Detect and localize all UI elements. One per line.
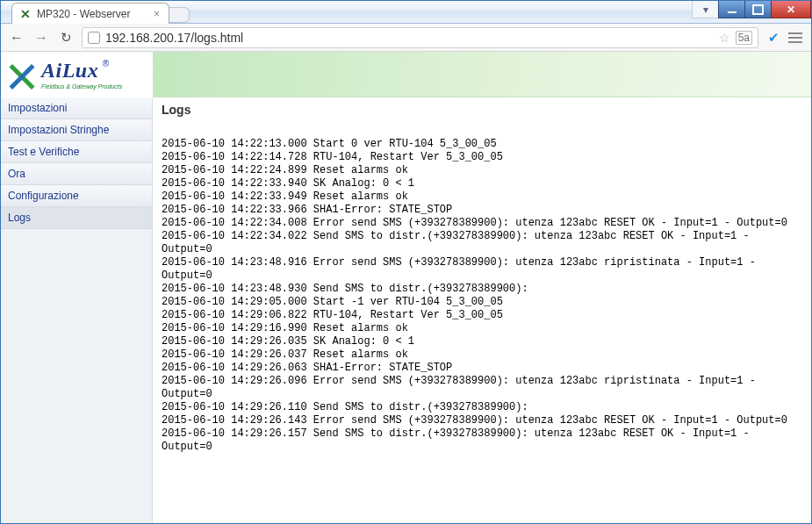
log-output: 2015-06-10 14:22:13.000 Start 0 ver RTU-… [162, 138, 802, 454]
tab-strip: ✕ MP320 - Webserver × [11, 3, 190, 24]
window-close-button[interactable] [771, 1, 811, 18]
tab-title: MP320 - Webserver [37, 8, 130, 20]
menu-button[interactable] [788, 32, 804, 43]
url-text: 192.168.200.17/logs.html [105, 31, 243, 45]
sidebar-item-test-verifiche[interactable]: Test e Verifiche [1, 141, 152, 163]
address-bar[interactable]: 192.168.200.17/logs.html ☆ 5a [82, 27, 758, 48]
extension-icon[interactable]: ✔ [765, 30, 781, 46]
reload-button[interactable]: ↻ [57, 29, 75, 47]
sidebar: Impostazioni Impostazioni Stringhe Test … [1, 97, 153, 523]
sidebar-item-logs[interactable]: Logs [1, 207, 152, 229]
browser-window: ✕ MP320 - Webserver × ▾ ← → ↻ 192.168.20… [0, 0, 812, 524]
logo-mark-icon [6, 59, 38, 90]
sidebar-item-impostazioni[interactable]: Impostazioni [1, 97, 152, 119]
new-tab-button[interactable] [169, 7, 190, 23]
back-button[interactable]: ← [8, 29, 25, 47]
logo: AiLux ® Fieldbus & Gateway Products [1, 52, 153, 97]
page-viewport: AiLux ® Fieldbus & Gateway Products Impo… [1, 52, 811, 523]
sidebar-item-configurazione[interactable]: Configurazione [1, 185, 152, 207]
page-title: Logs [162, 103, 802, 117]
browser-toolbar: ← → ↻ 192.168.200.17/logs.html ☆ 5a ✔ [1, 24, 811, 52]
logo-reg: ® [103, 59, 109, 68]
window-dropdown-button[interactable]: ▾ [692, 1, 718, 18]
titlebar: ✕ MP320 - Webserver × ▾ [1, 1, 811, 24]
header-banner [153, 52, 811, 97]
content-area: Logs 2015-06-10 14:22:13.000 Start 0 ver… [153, 97, 811, 523]
window-minimize-button[interactable] [718, 1, 744, 18]
tab-close-icon[interactable]: × [154, 8, 160, 20]
window-maximize-button[interactable] [744, 1, 771, 18]
translate-icon[interactable]: 5a [736, 31, 752, 45]
bookmark-icon[interactable]: ☆ [719, 31, 730, 45]
forward-button[interactable]: → [32, 29, 50, 47]
favicon-icon: ✕ [19, 8, 32, 20]
sidebar-item-impostazioni-stringhe[interactable]: Impostazioni Stringhe [1, 119, 152, 141]
logo-brand: AiLux [41, 59, 98, 82]
site-info-icon[interactable] [88, 32, 100, 44]
sidebar-item-ora[interactable]: Ora [1, 163, 152, 185]
body-row: Impostazioni Impostazioni Stringhe Test … [1, 97, 811, 523]
browser-tab[interactable]: ✕ MP320 - Webserver × [11, 3, 169, 24]
logo-tagline: Fieldbus & Gateway Products [41, 83, 122, 90]
window-controls: ▾ [692, 1, 811, 18]
header-row: AiLux ® Fieldbus & Gateway Products [1, 52, 811, 97]
